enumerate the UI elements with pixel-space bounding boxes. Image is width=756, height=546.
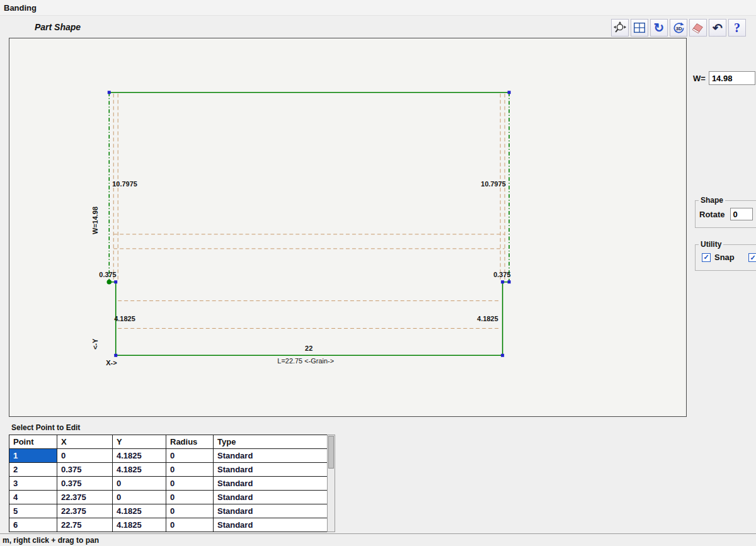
cell-point[interactable]: 6 xyxy=(9,518,57,532)
dim-right-lower: 4.1825 xyxy=(477,315,498,322)
part-outline xyxy=(109,93,509,356)
cell-radius[interactable]: 0 xyxy=(166,518,214,532)
table-row[interactable]: 2 0.375 4.1825 0 Standard xyxy=(9,463,328,477)
undo-icon: ↶ xyxy=(713,22,723,34)
help-button[interactable]: ? xyxy=(728,19,746,37)
table-row[interactable]: 5 22.375 4.1825 0 Standard xyxy=(9,504,328,518)
rotate-view-button[interactable]: ↻ xyxy=(650,19,668,37)
cell-type[interactable]: Standard xyxy=(214,491,328,504)
cell-type[interactable]: Standard xyxy=(214,463,328,477)
cell-x[interactable]: 0.375 xyxy=(57,463,113,477)
table-row[interactable]: 6 22.75 4.1825 0 Standard xyxy=(9,518,328,532)
cell-y[interactable]: 4.1825 xyxy=(113,449,166,463)
cell-type[interactable]: Standard xyxy=(214,504,328,518)
eraser-button[interactable] xyxy=(689,19,707,37)
svg-text:3D: 3D xyxy=(675,26,682,31)
dim-left-lower: 4.1825 xyxy=(114,315,135,322)
cell-radius[interactable]: 0 xyxy=(166,504,214,518)
cell-y[interactable]: 4.1825 xyxy=(113,518,166,532)
cell-x[interactable]: 22.375 xyxy=(57,491,113,504)
cell-point[interactable]: 2 xyxy=(9,463,57,477)
grain-label: L=22.75 <-Grain-> xyxy=(277,357,334,365)
window-title: Banding xyxy=(4,3,37,13)
toolbar: ↻ 3D ↶ ? xyxy=(611,19,746,37)
rotate-label: Rotate xyxy=(699,210,724,219)
dim-left-upper: 10.7975 xyxy=(112,180,137,188)
drawing-canvas[interactable]: 10.7975 10.7975 W=14.98 0.375 0.375 4.18… xyxy=(9,38,687,417)
cell-x[interactable]: 0.375 xyxy=(57,477,113,491)
cell-x[interactable]: 22.75 xyxy=(57,518,113,532)
cell-radius[interactable]: 0 xyxy=(166,477,214,491)
rotate-3d-button[interactable]: 3D xyxy=(670,19,687,37)
status-bar: m, right click + drag to pan xyxy=(0,533,756,546)
x-axis-label: X-> xyxy=(106,359,117,367)
help-icon: ? xyxy=(734,21,740,34)
cell-y[interactable]: 0 xyxy=(113,491,166,504)
cell-point[interactable]: 3 xyxy=(9,477,57,491)
dim-right-step: 0.375 xyxy=(493,271,510,278)
dimension-labels: 10.7975 10.7975 W=14.98 0.375 0.375 4.18… xyxy=(91,180,510,367)
banding-dashed-lines xyxy=(113,94,505,329)
cell-y[interactable]: 4.1825 xyxy=(113,504,166,518)
width-input[interactable] xyxy=(709,71,755,85)
zoom-extents-icon xyxy=(613,21,627,35)
cell-y[interactable]: 4.1825 xyxy=(113,463,166,477)
col-header-y[interactable]: Y xyxy=(113,435,166,449)
part-shape-drawing: 10.7975 10.7975 W=14.98 0.375 0.375 4.18… xyxy=(9,38,686,416)
edge-checkbox[interactable]: ✓ xyxy=(748,253,756,262)
cell-point[interactable]: 5 xyxy=(9,504,57,518)
dim-right-upper: 10.7975 xyxy=(481,180,506,188)
part-shape-label: Part Shape xyxy=(35,22,81,32)
undo-button[interactable]: ↶ xyxy=(709,19,726,37)
selected-point-marker[interactable] xyxy=(106,280,112,285)
points-table: Point X Y Radius Type 1 0 4.1825 0 Stand… xyxy=(9,435,328,532)
dim-left-step: 0.375 xyxy=(99,271,116,278)
table-row[interactable]: 3 0.375 0 0 Standard xyxy=(9,477,328,491)
col-header-type[interactable]: Type xyxy=(214,435,328,449)
window-titlebar: Banding xyxy=(0,0,756,16)
cell-point[interactable]: 1 xyxy=(9,449,57,463)
cell-type[interactable]: Standard xyxy=(214,477,328,491)
point-handles[interactable] xyxy=(108,91,511,357)
cell-radius[interactable]: 0 xyxy=(166,449,214,463)
points-table-caption: Select Point to Edit xyxy=(11,423,80,432)
eraser-icon xyxy=(691,21,705,35)
table-scrollbar-thumb[interactable] xyxy=(328,436,334,469)
col-header-x[interactable]: X xyxy=(57,435,113,449)
cell-radius[interactable]: 0 xyxy=(166,463,214,477)
bottom-length-label: 22 xyxy=(305,344,312,352)
grid-icon xyxy=(633,21,646,35)
col-header-radius[interactable]: Radius xyxy=(166,435,214,449)
snap-label: Snap xyxy=(714,253,735,262)
cell-y[interactable]: 0 xyxy=(113,477,166,491)
snap-checkbox[interactable]: ✓ xyxy=(702,253,711,262)
rotate-icon: ↻ xyxy=(654,21,665,34)
y-axis-label: <-Y xyxy=(91,338,99,350)
cell-point[interactable]: 4 xyxy=(9,491,57,504)
cell-x[interactable]: 0 xyxy=(57,449,113,463)
cell-radius[interactable]: 0 xyxy=(166,491,214,504)
shape-group: Shape Rotate xyxy=(695,200,756,228)
grid-button[interactable] xyxy=(631,19,648,37)
cell-x[interactable]: 22.375 xyxy=(57,504,113,518)
cell-type[interactable]: Standard xyxy=(214,449,328,463)
status-bar-text: m, right click + drag to pan xyxy=(3,536,99,545)
table-header-row: Point X Y Radius Type xyxy=(9,435,328,449)
utility-group-title: Utility xyxy=(699,240,723,249)
table-scrollbar[interactable] xyxy=(327,435,335,532)
col-header-point[interactable]: Point xyxy=(9,435,57,449)
width-field: W= xyxy=(693,71,755,85)
rotate-input[interactable] xyxy=(730,208,753,220)
table-row[interactable]: 1 0 4.1825 0 Standard xyxy=(9,449,328,463)
utility-group: Utility ✓ Snap ✓ xyxy=(695,244,756,271)
shape-group-title: Shape xyxy=(699,196,725,205)
zoom-extents-button[interactable] xyxy=(611,19,629,37)
rotate-3d-icon: 3D xyxy=(672,21,686,35)
width-field-label: W= xyxy=(693,74,706,83)
table-row[interactable]: 4 22.375 0 0 Standard xyxy=(9,491,328,504)
width-dimension-label: W=14.98 xyxy=(91,207,99,234)
cell-type[interactable]: Standard xyxy=(214,518,328,532)
